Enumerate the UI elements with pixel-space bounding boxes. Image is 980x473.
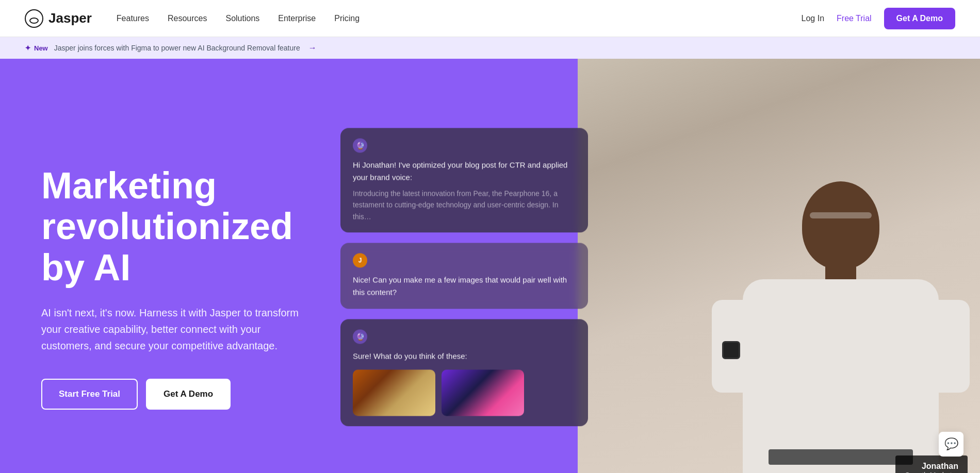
user-avatar: J: [353, 254, 367, 268]
logo[interactable]: Jasper: [25, 9, 92, 28]
new-badge: ✦ New: [25, 44, 48, 52]
hero-title: Marketing revolutionized by AI: [41, 165, 305, 288]
nav-link-features[interactable]: Features: [117, 14, 149, 23]
person-title: Growth Marketer: [905, 471, 958, 473]
chat-bubble-2-text: Nice! Can you make me a few images that …: [353, 274, 576, 299]
navbar-right: Log In Free Trial Get A Demo: [802, 8, 955, 29]
person-name: Jonathan: [905, 462, 958, 471]
person-figure: [743, 181, 939, 473]
hero-buttons: Start Free Trial Get A Demo: [41, 379, 305, 410]
person-photo-bg: Jonathan Growth Marketer: [578, 59, 980, 473]
chat-bubble-3-text: Sure! What do you think of these:: [353, 350, 576, 363]
navbar-left: Jasper Features Resources Solutions Ente…: [25, 9, 360, 28]
chat-bubble-2: J Nice! Can you make me a few images tha…: [340, 243, 588, 309]
nav-link-resources[interactable]: Resources: [168, 14, 207, 23]
nav-links: Features Resources Solutions Enterprise …: [117, 14, 360, 23]
ai-avatar-icon-1: 🔮: [356, 141, 365, 149]
person-laptop: [769, 449, 913, 465]
get-demo-nav-button[interactable]: Get A Demo: [884, 8, 955, 29]
chat-image-2: [442, 370, 524, 416]
nav-link-solutions[interactable]: Solutions: [225, 14, 259, 23]
chat-bubble-3: 🔮 Sure! What do you think of these:: [340, 319, 588, 427]
chat-widget-icon: 💬: [944, 437, 958, 451]
ai-avatar-icon-3: 🔮: [356, 333, 365, 341]
start-free-trial-button[interactable]: Start Free Trial: [41, 379, 138, 410]
chat-bubble-1: 🔮 Hi Jonathan! I've optimized your blog …: [340, 128, 588, 232]
get-demo-hero-button[interactable]: Get A Demo: [146, 379, 231, 410]
hero-section: Marketing revolutionized by AI AI isn't …: [0, 59, 980, 473]
logo-icon: [25, 9, 43, 28]
hero-right: Jonathan Growth Marketer 🔮 Hi Jonathan! …: [330, 59, 980, 473]
hero-person-image: Jonathan Growth Marketer: [578, 59, 980, 473]
ai-avatar-3: 🔮: [353, 330, 367, 344]
nav-link-enterprise[interactable]: Enterprise: [278, 14, 316, 23]
chat-widget[interactable]: 💬: [939, 432, 963, 457]
new-badge-label: New: [34, 44, 48, 52]
chat-bubble-1-preview: Introducing the latest innovation from P…: [353, 188, 576, 222]
hero-subtitle: AI isn't next, it's now. Harness it with…: [41, 305, 305, 354]
chat-container: 🔮 Hi Jonathan! I've optimized your blog …: [340, 128, 588, 426]
announcement-arrow: →: [308, 43, 317, 53]
ai-avatar-1: 🔮: [353, 138, 367, 153]
logo-text: Jasper: [48, 10, 92, 26]
chat-bubble-3-header: 🔮: [353, 330, 576, 344]
chat-bubble-1-header: 🔮: [353, 138, 576, 153]
free-trial-nav-link[interactable]: Free Trial: [837, 14, 872, 23]
chat-image-1: [353, 370, 435, 416]
person-body: [743, 279, 939, 473]
person-watch: [722, 341, 740, 359]
chat-bubble-1-text: Hi Jonathan! I've optimized your blog po…: [353, 159, 576, 183]
chat-images-row: [353, 370, 576, 416]
user-avatar-label: J: [358, 257, 362, 264]
nav-link-pricing[interactable]: Pricing: [334, 14, 360, 23]
sparkle-icon: ✦: [25, 44, 31, 52]
person-head: [802, 181, 879, 269]
announcement-text: Jasper joins forces with Figma to power …: [54, 44, 300, 52]
person-name-tag: Jonathan Growth Marketer: [895, 455, 968, 473]
login-link[interactable]: Log In: [802, 14, 824, 23]
person-arms: [712, 300, 970, 393]
announcement-banner[interactable]: ✦ New Jasper joins forces with Figma to …: [0, 37, 980, 59]
hero-left: Marketing revolutionized by AI AI isn't …: [0, 59, 330, 473]
navbar: Jasper Features Resources Solutions Ente…: [0, 0, 980, 37]
chat-bubble-2-header: J: [353, 254, 576, 268]
